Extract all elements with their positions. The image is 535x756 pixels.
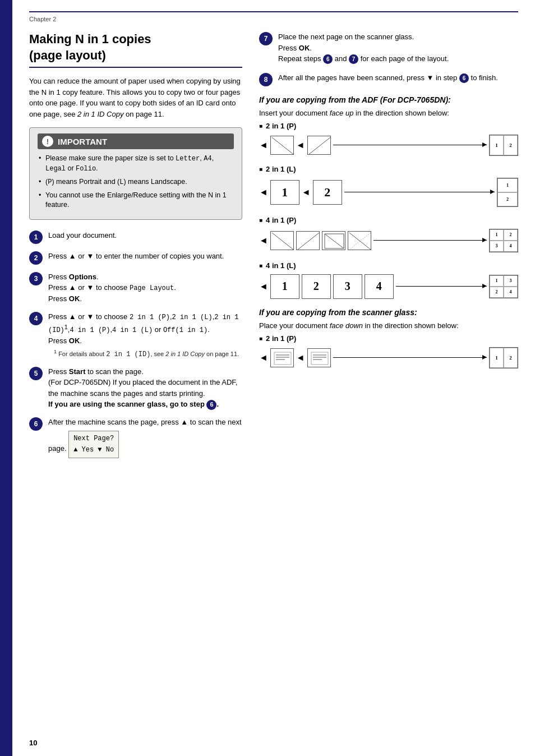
lcd-display: Next Page? ▲ Yes ▼ No [68, 431, 119, 458]
doc-landscape-1 [307, 136, 331, 155]
bullet-3: You cannot use the Enlarge/Reduce settin… [38, 191, 234, 210]
step-4-footnote: 1 For details about 2 in 1 (ID), see 2 i… [48, 348, 242, 359]
doc-scanner-1 [270, 348, 294, 367]
important-box: ! IMPORTANT Please make sure the paper s… [29, 127, 242, 219]
adf-intro: Insert your document face up in the dire… [259, 109, 518, 117]
svg-line-3 [298, 233, 319, 250]
left-column: Making N in 1 copies(page layout) You ca… [29, 31, 242, 465]
step-1-content: Load your document. [48, 230, 242, 241]
arrow-left-4: ◄ [302, 187, 311, 197]
doc-p-2 [296, 231, 320, 250]
layout-label-2in1p-scanner: 2 in 1 (P) [259, 334, 518, 343]
svg-line-0 [272, 137, 293, 154]
right-column: 7 Place the next page on the scanner gla… [259, 31, 518, 465]
cell-4l-3: 2 [490, 287, 504, 298]
arrow-left-7: ◄ [259, 353, 268, 363]
step-num-2: 2 [29, 251, 43, 265]
arrow-line-4 [396, 286, 487, 287]
intro-text: You can reduce the amount of paper used … [29, 76, 242, 119]
diagram-2in1l-adf: ◄ 1 ◄ 2 1 2 [259, 178, 518, 207]
step-4: 4 Press ▲ or ▼ to choose 2 in 1 (P),2 in… [29, 311, 242, 359]
cell-4l-2: 3 [504, 275, 518, 287]
cell-1l: 1 [497, 178, 518, 192]
step-num-4: 4 [29, 312, 43, 325]
right-step-num-7: 7 [259, 32, 273, 45]
step-1: 1 Load your document. [29, 230, 242, 244]
important-icon: ! [42, 136, 53, 147]
doc-l-2: 2 [302, 274, 331, 299]
section-title: Making N in 1 copies(page layout) [29, 31, 242, 68]
important-bullets: Please make sure the paper size is set t… [38, 154, 234, 210]
doc-p-1 [270, 231, 294, 250]
right-step-8: 8 After all the pages have been scanned,… [259, 72, 518, 86]
cell-4p-1: 1 [490, 229, 504, 241]
cell-s2: 2 [504, 348, 518, 368]
right-step-7-content: Place the next page on the scanner glass… [278, 31, 449, 64]
diagram-4in1l-adf: ◄ 1 2 3 4 1 3 2 4 [259, 274, 518, 299]
svg-line-1 [309, 137, 330, 154]
cell-1: 1 [490, 135, 504, 155]
doc-l-1: 1 [270, 274, 299, 299]
arrow-line-3 [373, 240, 487, 241]
step-6-content: After the machine scans the page, press … [48, 417, 242, 458]
right-step-num-8: 8 [259, 73, 273, 86]
cell-s1: 1 [490, 348, 504, 368]
layout-label-4in1p-adf: 4 in 1 (P) [259, 216, 518, 224]
svg-line-4 [325, 234, 344, 248]
bullet-1: Please make sure the paper size is set t… [38, 154, 234, 174]
diagram-4in1p-adf: ◄ [259, 229, 518, 252]
arrow-left-8: ◄ [296, 353, 305, 363]
page-number: 10 [29, 739, 37, 747]
right-step-7: 7 Place the next page on the scanner gla… [259, 31, 518, 64]
lcd-line1: Next Page? [73, 434, 114, 444]
result-4in1p: 1 2 3 4 [489, 229, 518, 252]
result-2in1p: 1 2 [489, 135, 518, 156]
important-header: ! IMPORTANT [38, 133, 234, 149]
chapter-label: Chapter 2 [29, 16, 518, 22]
cell-4l-1: 1 [490, 275, 504, 287]
svg-rect-11 [311, 352, 328, 365]
step-num-6: 6 [29, 417, 43, 431]
arrow-left-3: ◄ [259, 187, 268, 197]
step-3-content: Press Options. Press ▲ or ▼ to choose Pa… [48, 271, 242, 305]
top-rule [29, 11, 518, 12]
scanner-intro: Place your document face down in the dir… [259, 321, 518, 330]
doc-num-1: 1 [270, 180, 299, 205]
arrow-left-5: ◄ [259, 236, 268, 246]
arrow-line-5 [333, 357, 487, 358]
step-num-3: 3 [29, 272, 43, 285]
step-2: 2 Press ▲ or ▼ to enter the number of co… [29, 251, 242, 265]
cell-4l-4: 4 [504, 287, 518, 298]
step-num-1: 1 [29, 231, 43, 244]
cell-4p-4: 4 [504, 241, 518, 252]
important-title: IMPORTANT [58, 137, 107, 146]
step-num-5: 5 [29, 367, 43, 380]
page-container: Chapter 2 Making N in 1 copies(page layo… [0, 0, 535, 756]
doc-p-3 [322, 231, 345, 250]
arrow-left-2: ◄ [296, 140, 305, 150]
doc-l-4: 4 [365, 274, 394, 299]
svg-rect-7 [274, 352, 291, 365]
step-4-content: Press ▲ or ▼ to choose 2 in 1 (P),2 in 1… [48, 311, 242, 359]
step-5: 5 Press Start to scan the page. (For DCP… [29, 366, 242, 410]
page-content: Chapter 2 Making N in 1 copies(page layo… [12, 0, 535, 756]
result-scanner-2in1p: 1 2 [489, 347, 518, 368]
step-3: 3 Press Options. Press ▲ or ▼ to choose … [29, 271, 242, 305]
layout-label-4in1l-adf: 4 in 1 (L) [259, 261, 518, 270]
right-step-8-content: After all the pages have been scanned, p… [278, 72, 498, 84]
step-5-content: Press Start to scan the page. (For DCP-7… [48, 366, 242, 410]
svg-line-2 [272, 233, 293, 250]
cell-4p-2: 2 [504, 229, 518, 241]
arrow-left-6: ◄ [259, 282, 268, 292]
doc-p-4 [348, 231, 371, 250]
arrow-line-2 [344, 192, 495, 192]
cell-4p-3: 3 [490, 241, 504, 252]
arrow-left-1: ◄ [259, 140, 268, 150]
result-2in1l: 1 2 [497, 178, 518, 207]
arrow-line-1 [333, 145, 487, 145]
diagram-2in1p-scanner: ◄ ◄ [259, 347, 518, 368]
two-col-layout: Making N in 1 copies(page layout) You ca… [29, 31, 518, 465]
bullet-2: (P) means Portrait and (L) means Landsca… [38, 177, 234, 187]
left-bar [0, 0, 12, 756]
step-6: 6 After the machine scans the page, pres… [29, 417, 242, 458]
